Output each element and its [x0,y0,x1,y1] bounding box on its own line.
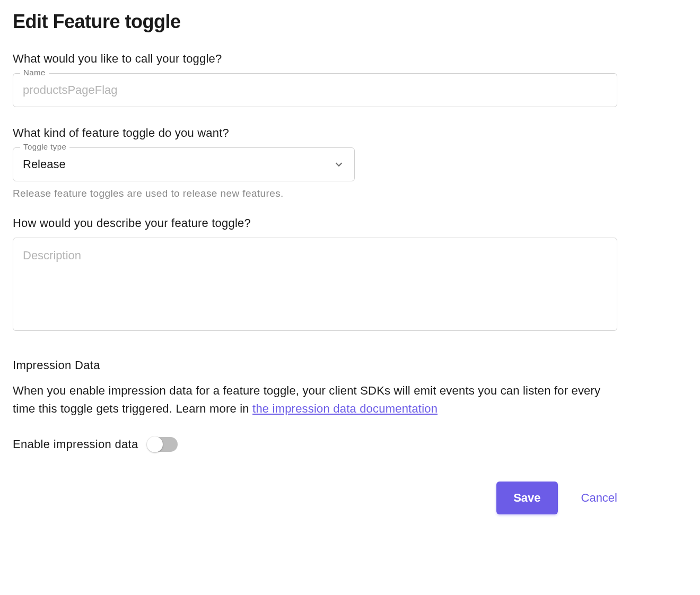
type-question: What kind of feature toggle do you want? [13,126,687,140]
impression-switch[interactable] [148,437,178,452]
name-question: What would you like to call your toggle? [13,52,687,66]
save-button[interactable]: Save [496,482,557,514]
name-field-label: Name [20,68,49,77]
action-bar: Save Cancel [13,482,617,514]
cancel-button[interactable]: Cancel [581,491,617,505]
impression-switch-label: Enable impression data [13,438,138,451]
description-textarea[interactable] [13,238,617,331]
impression-body: When you enable impression data for a fe… [13,382,617,418]
type-field-label: Toggle type [20,142,69,151]
toggle-type-select[interactable]: Release [13,147,355,181]
chevron-down-icon [333,159,345,170]
desc-question: How would you describe your feature togg… [13,216,687,230]
impression-heading: Impression Data [13,358,687,372]
switch-thumb [147,436,163,452]
name-field: Name [13,73,617,107]
type-field: Toggle type Release [13,147,355,181]
toggle-type-value: Release [23,158,66,171]
impression-docs-link[interactable]: the impression data documentation [252,402,438,415]
name-input[interactable] [13,73,617,107]
page-title: Edit Feature toggle [13,11,687,33]
type-helper-text: Release feature toggles are used to rele… [13,188,687,199]
